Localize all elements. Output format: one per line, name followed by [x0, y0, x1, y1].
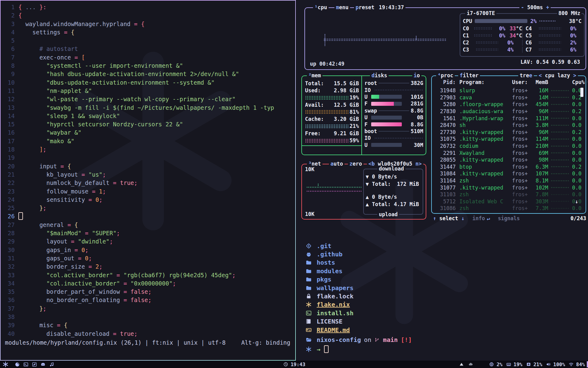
editor-line[interactable]: 28 "$mainMod" = "SUPER"; [1, 229, 295, 237]
editor-line[interactable]: 1{ ... }: [1, 3, 295, 11]
proc-row[interactable]: 27830.audacious-wrafros+96M0.2 [434, 108, 578, 115]
menu-button[interactable]: menu [334, 4, 350, 10]
proc-row[interactable]: 26732codiumfros+210M0.0 [434, 143, 578, 150]
proc-box-title[interactable]: ⁴proc [436, 72, 455, 79]
proc-row[interactable]: 31086zshfros+7.3M0.0 [434, 205, 578, 212]
proc-row[interactable]: 5712Isolated Web Cfros+303M0.0 [434, 198, 578, 205]
proc-row[interactable]: 31948slurpfros+16M0.0 [434, 87, 578, 94]
editor-line[interactable]: 18 ]; [1, 145, 295, 154]
editor-line[interactable]: 9 "hash dbus-update-activation-environme… [1, 70, 295, 78]
editor-line[interactable]: 38 [1, 313, 295, 321]
proc-row[interactable]: 31103zshfros+7.8M0.0 [434, 191, 578, 198]
editor-line[interactable]: 12 "wl-paste --primary --watch wl-copy -… [1, 95, 295, 103]
proc-row[interactable]: 27730.kitty-wrappedfros+96M0.2 [434, 129, 578, 136]
proc-row[interactable]: 1561.Hyprland-wrapfros+111M0.0 [434, 115, 578, 122]
cpu-core-row: C34%C76% [463, 46, 582, 53]
select-label [436, 215, 439, 221]
disk-bar-row: F8.8G [364, 121, 423, 128]
net-box-title[interactable]: ³net [307, 161, 322, 167]
select-down-key[interactable]: ↓ [461, 215, 464, 221]
disk-bar-key: U [364, 94, 369, 100]
editor-line[interactable]: 20 input = { [1, 162, 295, 171]
proc-row[interactable]: 31447btopfros+6.3M0.2 [434, 163, 578, 171]
file-row: .git [306, 242, 353, 250]
code-text: gaps_in = 0; [18, 246, 89, 254]
editor-line[interactable]: 13 "swaybg -m fill -i $(find ~/Pictures/… [1, 104, 295, 112]
editor-line[interactable]: 8 "systemctl --user import-environment &… [1, 62, 295, 70]
editor-statusline: modules/home/hyprland/config.nix (26,1) … [5, 339, 290, 346]
net-auto-button[interactable]: auto [329, 161, 345, 167]
editor-line[interactable]: 37 }; [1, 305, 295, 313]
editor-line[interactable]: 31 gaps_out = 0; [1, 254, 295, 263]
editor-line[interactable]: 6 # autostart [1, 45, 295, 53]
file-row: flake.lock [306, 292, 353, 300]
proc-sort-selector[interactable]: < cpu lazy > [537, 72, 578, 79]
editor-line[interactable]: 16 "waybar &" [1, 128, 295, 137]
editor-line[interactable]: 25 }; [1, 204, 295, 212]
editor-line[interactable]: 3 wayland.windowManager.hyprland = { [1, 20, 295, 28]
proc-row[interactable]: 28470shfros+3.8M0.0 [434, 122, 578, 129]
editor-line[interactable]: 21 kb_layout = "us"; [1, 171, 295, 179]
cpu-box-title[interactable]: ¹cpu [313, 4, 329, 10]
proc-row[interactable]: 31075.kitty-wrappedfros+114M0.0 [434, 136, 578, 143]
editor-line[interactable]: 5 [1, 36, 295, 45]
editor-line[interactable]: 2{ [1, 11, 295, 20]
editor-line[interactable]: 27 general = { [1, 221, 295, 229]
editor-line[interactable]: 39 misc = { [1, 321, 295, 329]
editor-line[interactable]: 29 layout = "dwindle"; [1, 237, 295, 246]
editor-line[interactable]: 4 settings = { [1, 28, 295, 36]
proc-row[interactable]: 27903cavafros+14M0.2 [434, 94, 578, 101]
proc-table-header[interactable]: Pid: Program: User: MemB Cpu% ↑ [434, 79, 578, 85]
info-button[interactable]: info [472, 215, 485, 221]
editor-line[interactable]: 26 [1, 212, 295, 220]
proc-row[interactable]: 31077.kitty-wrappedfros+102M0.0 [434, 184, 578, 191]
proc-row[interactable]: 2291Xwaylandfros+69M0.0 [434, 149, 578, 156]
editor-line[interactable]: 14 "sleep 1 && swaylock" [1, 112, 295, 120]
mem-meter-pct: 59% [349, 137, 359, 144]
select-up-key[interactable]: ↑ [433, 215, 436, 221]
editor-line[interactable]: 34 "col.inactive_border" = "0x00000000"; [1, 279, 295, 288]
proc-row[interactable]: 28055.kitty-wrappedfros+98M0.0 [434, 156, 578, 163]
editor-line[interactable]: 40 disable_autoreload = true; [1, 330, 295, 338]
disk-usage-bar [371, 143, 402, 147]
editor-line[interactable]: 15 "hyprctl setcursor Nordzy-cursors 22 … [1, 120, 295, 128]
line-number: 27 [1, 221, 15, 229]
proc-row[interactable]: 31084.kitty-wrappedfros+107M0.0 [434, 170, 578, 177]
net-totals-panel: download ▼ 0 Byte/s ▼ Total: 172 MiB ▲ 0… [363, 169, 423, 215]
proc-row[interactable]: 5280.floorp-wrappefros+454M0.0 [434, 101, 578, 108]
line-number: 28 [1, 229, 15, 237]
editor-line[interactable]: 32 border_size = 2; [1, 263, 295, 271]
signals-button[interactable]: signals [498, 215, 520, 221]
editor-window[interactable]: 1{ ... }:2{3 wayland.windowManager.hyprl… [0, 0, 296, 361]
editor-line[interactable]: 17 "mako &" [1, 137, 295, 145]
line-number: 20 [1, 162, 15, 171]
update-interval-control[interactable]: - 500ms + [519, 4, 551, 10]
editor-line[interactable]: 35 border_part_of_window = false; [1, 288, 295, 296]
proc-row[interactable]: 31164zshfros+8.1M0.0 [434, 177, 578, 184]
editor-line[interactable]: 30 gaps_in = 0; [1, 246, 295, 254]
clock-icon [283, 361, 289, 367]
editor-code-area[interactable]: 1{ ... }:2{3 wayland.windowManager.hyprl… [1, 3, 295, 338]
line-number: 19 [1, 154, 15, 162]
editor-line[interactable]: 36 no_border_on_floating = false; [1, 296, 295, 304]
file-name: hosts [317, 259, 335, 266]
cpu-core-cell: C00%33°C [463, 25, 522, 32]
editor-line[interactable]: 11 "nm-applet &" [1, 87, 295, 95]
editor-line[interactable]: 7 exec-once = [ [1, 53, 295, 62]
editor-line[interactable]: 19 [1, 154, 295, 162]
editor-line[interactable]: 33 "col.active_border" = "rgb(cba6f7) rg… [1, 271, 295, 279]
shell-prompt-input[interactable]: → [306, 345, 329, 353]
editor-line[interactable]: 22 numlock_by_default = true; [1, 179, 295, 187]
line-number: 13 [1, 104, 15, 112]
editor-line[interactable]: 10 "dbus-update-activation-environment -… [1, 79, 295, 87]
proc-tree-button[interactable]: tree [518, 72, 534, 79]
editor-line[interactable]: 23 follow_mouse = 1; [1, 187, 295, 196]
net-zero-button[interactable]: zero [348, 161, 364, 167]
disk-name-row: boot510M [364, 128, 423, 135]
proc-filter-button[interactable]: filter [458, 72, 480, 79]
editor-line[interactable]: 24 sensitivity = 0; [1, 196, 295, 204]
proc-scrollbar-thumb[interactable] [580, 88, 583, 97]
nix-shell-icon [306, 346, 313, 352]
disk-name: boot [364, 128, 377, 134]
taskbar-clock[interactable]: 19:43 [0, 361, 588, 367]
